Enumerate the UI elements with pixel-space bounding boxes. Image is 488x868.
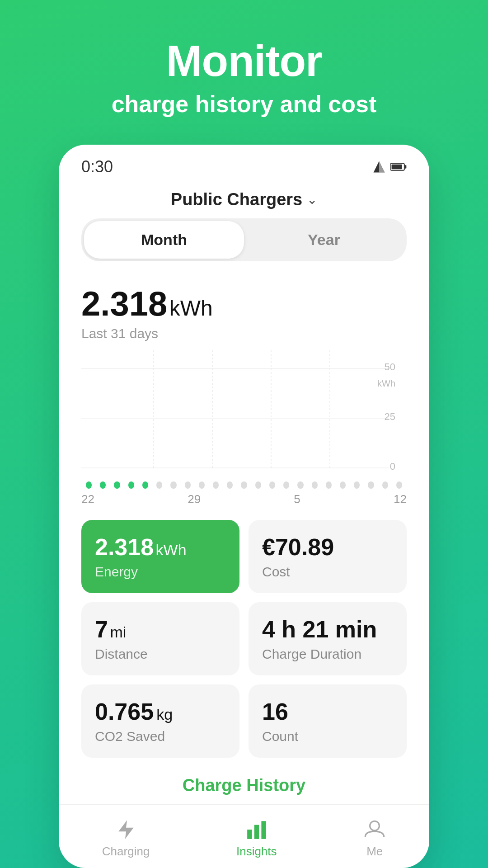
chart-dot-inactive-18 <box>396 481 402 489</box>
hero-subtitle: charge history and cost <box>112 90 377 118</box>
chart-dot-active-2 <box>100 481 106 489</box>
chart-dot-active-4 <box>128 481 134 489</box>
energy-unit: kWh <box>169 296 213 320</box>
chart-dot-inactive-10 <box>283 481 289 489</box>
chart-dot-inactive-3 <box>185 481 191 489</box>
chart-dot-inactive-16 <box>368 481 374 489</box>
phone-frame: 0:30 Public Chargers ⌄ Month Year 2.318 <box>59 145 429 868</box>
energy-summary: 2.318 kWh Last 31 days <box>59 270 429 341</box>
energy-value-row: 2.318 kWh <box>81 284 407 323</box>
stat-distance-value-row: 7 mi <box>95 616 226 643</box>
charge-history-btn[interactable]: Charge History <box>81 776 407 795</box>
stat-card-co2: 0.765 kg CO2 Saved <box>81 684 239 758</box>
chart-label-5: 5 <box>294 492 300 506</box>
chart-dot-inactive-1 <box>156 481 162 489</box>
stat-energy-unit: kWh <box>156 541 187 558</box>
status-bar: 0:30 <box>59 145 429 181</box>
nav-item-me[interactable]: Me <box>341 814 408 863</box>
stat-distance-label: Distance <box>95 646 226 662</box>
stat-cost-label: Cost <box>262 564 393 580</box>
stat-cost-value: €70.89 <box>262 534 334 560</box>
chart-dot-active-1 <box>86 481 92 489</box>
stat-co2-value: 0.765 <box>95 698 154 725</box>
chart-dot-inactive-4 <box>199 481 205 489</box>
svg-text:25: 25 <box>385 411 395 422</box>
chevron-down-icon: ⌄ <box>307 192 317 207</box>
svg-point-20 <box>370 821 380 830</box>
svg-text:50: 50 <box>385 361 395 373</box>
svg-rect-18 <box>254 825 259 839</box>
stat-co2-unit: kg <box>156 706 173 723</box>
chart-dot-inactive-14 <box>340 481 346 489</box>
stat-energy-value-row: 2.318 kWh <box>95 533 226 561</box>
chart-dot-inactive-13 <box>326 481 332 489</box>
stat-cost-value-row: €70.89 <box>262 533 393 561</box>
svg-text:kWh: kWh <box>377 378 395 388</box>
stat-distance-unit: mi <box>110 623 126 641</box>
stats-grid: 2.318 kWh Energy €70.89 Cost 7 mi Distan… <box>81 520 407 758</box>
stat-card-duration: 4 h 21 min Charge Duration <box>249 602 407 675</box>
charger-selector[interactable]: Public Chargers ⌄ <box>59 190 429 209</box>
stat-duration-value-row: 4 h 21 min <box>262 616 393 643</box>
svg-marker-1 <box>379 161 385 173</box>
energy-value: 2.318 <box>81 284 167 323</box>
bottom-nav: Charging Insights Me <box>59 804 429 868</box>
stat-count-value: 16 <box>262 698 288 725</box>
chart-label-12: 12 <box>394 492 407 506</box>
hero-title: Monitor <box>166 36 322 86</box>
stat-duration-label: Charge Duration <box>262 646 393 662</box>
battery-icon <box>390 160 407 174</box>
svg-rect-3 <box>405 165 407 169</box>
bolt-icon <box>115 818 137 841</box>
chart-area: 50 kWh 25 0 <box>81 350 407 477</box>
stat-co2-value-row: 0.765 kg <box>95 698 226 725</box>
stat-card-distance: 7 mi Distance <box>81 602 239 675</box>
nav-item-charging[interactable]: Charging <box>80 814 173 863</box>
stat-co2-label: CO2 Saved <box>95 729 226 744</box>
status-icons <box>372 160 407 174</box>
stat-card-cost: €70.89 Cost <box>249 520 407 593</box>
energy-period: Last 31 days <box>81 326 407 341</box>
chart-dot-active-3 <box>114 481 120 489</box>
svg-rect-19 <box>261 821 266 839</box>
charge-history-label[interactable]: Charge History <box>183 776 305 795</box>
svg-marker-16 <box>118 820 133 839</box>
chart-dot-inactive-6 <box>227 481 233 489</box>
chart-dot-inactive-5 <box>213 481 219 489</box>
chart-dot-inactive-9 <box>269 481 275 489</box>
tab-year[interactable]: Year <box>244 221 404 259</box>
tab-month[interactable]: Month <box>84 221 244 259</box>
stat-count-value-row: 16 <box>262 698 393 725</box>
stat-distance-value: 7 <box>95 616 108 642</box>
stat-card-count: 16 Count <box>249 684 407 758</box>
chart-dot-inactive-15 <box>354 481 360 489</box>
stat-duration-value: 4 h 21 min <box>262 616 377 642</box>
bar-chart-icon <box>245 818 268 841</box>
stat-count-label: Count <box>262 729 393 744</box>
svg-rect-4 <box>392 165 402 169</box>
chart-dot-inactive-17 <box>382 481 388 489</box>
nav-label-me: Me <box>366 844 383 859</box>
person-icon <box>363 818 386 841</box>
chart-dot-inactive-11 <box>297 481 303 489</box>
chart-label-22: 22 <box>81 492 94 506</box>
tab-switcher: Month Year <box>81 218 407 261</box>
nav-label-insights: Insights <box>236 844 277 859</box>
svg-rect-17 <box>247 830 252 839</box>
nav-item-insights[interactable]: Insights <box>214 814 300 863</box>
signal-icon <box>372 160 386 174</box>
stat-energy-value: 2.318 <box>95 534 154 560</box>
chart-label-29: 29 <box>188 492 201 506</box>
chart-dot-active-5 <box>142 481 148 489</box>
chart-svg: 50 kWh 25 0 <box>81 350 407 477</box>
stat-energy-label: Energy <box>95 564 226 580</box>
chart-dot-inactive-2 <box>170 481 176 489</box>
svg-text:0: 0 <box>390 461 395 472</box>
chart-dot-inactive-7 <box>241 481 247 489</box>
stat-card-energy: 2.318 kWh Energy <box>81 520 239 593</box>
status-time: 0:30 <box>81 157 113 176</box>
chart-dot-inactive-12 <box>312 481 318 489</box>
chart-x-labels: 22 29 5 12 <box>59 489 429 506</box>
chart-dots-row <box>81 481 407 489</box>
charger-selector-label: Public Chargers <box>171 190 302 209</box>
